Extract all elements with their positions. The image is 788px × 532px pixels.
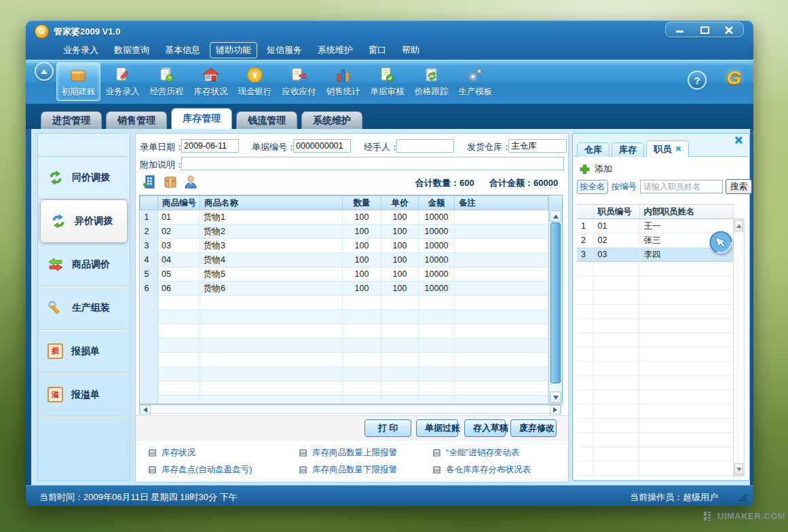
search-row: 按全名 按编号 搜索 <box>577 179 752 194</box>
doc-arrows-icon <box>290 66 308 84</box>
collapse-toolbar-button[interactable] <box>35 62 54 81</box>
minimize-icon[interactable] <box>674 25 686 35</box>
menu-item-aux-functions[interactable]: 辅助功能 <box>210 42 257 58</box>
lookup-tabs: 仓库 库存 职员 <box>577 140 689 157</box>
menu-item-business-entry[interactable]: 业务录入 <box>57 42 105 58</box>
toolbar-history-button[interactable]: 经营历程 <box>145 62 189 101</box>
sidebar-item-diff-price-transfer[interactable]: 异价调拨 <box>40 200 128 243</box>
link-qty-upper-alert[interactable]: 库存商品数量上限报警 <box>299 447 397 459</box>
tab-close-icon[interactable] <box>675 146 681 152</box>
discard-changes-button[interactable]: 废弃修改 <box>510 419 557 437</box>
close-icon[interactable] <box>723 25 735 35</box>
scroll-up-icon[interactable] <box>734 220 743 231</box>
table-row-empty <box>577 404 733 419</box>
table-row[interactable]: 505货物510010010000 <box>140 267 548 282</box>
sidebar-item-label: 生产组装 <box>72 302 110 314</box>
total-amount: 合计金额：60000 <box>489 177 558 189</box>
help-icon[interactable]: ? <box>688 71 707 90</box>
package-icon[interactable] <box>163 174 178 189</box>
search-button[interactable]: 搜索 <box>726 179 752 194</box>
link-stocktake[interactable]: 库存盘点(自动盘盈盘亏) <box>148 464 252 476</box>
items-horizontal-scrollbar[interactable] <box>139 404 561 414</box>
tab-warehouse[interactable]: 仓库 <box>577 142 609 157</box>
toolbar-production-template-button[interactable]: 生产模板 <box>453 62 498 101</box>
tab-staff[interactable]: 职员 <box>646 140 689 157</box>
table-row[interactable]: 101货物110010010000 <box>140 210 548 225</box>
link-inventory-status[interactable]: 库存状况 <box>148 447 195 459</box>
scroll-up-icon[interactable] <box>550 210 561 222</box>
table-row-empty <box>140 296 548 310</box>
toolbar-sales-stats-button[interactable]: 销售统计 <box>321 62 365 101</box>
table-row[interactable]: 303货物310010010000 <box>140 239 548 253</box>
menu-item-help[interactable]: 帮助 <box>396 42 426 58</box>
toolbar-doc-review-button[interactable]: 单据审核 <box>365 62 409 101</box>
tab-cashflow-mgmt[interactable]: 钱流管理 <box>236 111 297 129</box>
scroll-right-icon[interactable] <box>550 405 561 415</box>
tab-inventory-mgmt[interactable]: 库存管理 <box>171 108 232 129</box>
person-icon[interactable] <box>183 174 198 189</box>
save-draft-button[interactable]: 存入草稿 <box>464 419 506 437</box>
menu-item-window[interactable]: 窗口 <box>362 42 392 58</box>
scroll-left-icon[interactable] <box>140 405 151 415</box>
note-label: 附加说明： <box>140 159 184 171</box>
desktop-background: G 管家婆2009 V1.0 业务录入 数据查询 基本信息 辅助功能 短信服务 … <box>0 0 788 532</box>
items-vertical-scrollbar[interactable] <box>548 210 562 404</box>
staff-search-input[interactable] <box>640 180 723 193</box>
warehouse-input[interactable] <box>508 139 567 153</box>
panel-close-icon[interactable] <box>734 136 743 145</box>
tab-system-maintain[interactable]: 系统维护 <box>301 111 362 129</box>
filter-by-name[interactable]: 按全名 <box>577 180 608 194</box>
scroll-down-icon[interactable] <box>550 392 561 403</box>
table-row[interactable]: 404货物410010010000 <box>140 253 548 267</box>
scrollbar-thumb[interactable] <box>550 223 561 383</box>
print-button[interactable]: 打 印 <box>364 419 411 437</box>
toolbar-price-tracking-button[interactable]: 价格跟踪 <box>409 62 453 101</box>
table-row-empty <box>577 305 733 319</box>
sidebar-item-overflow-report[interactable]: 溢 报溢单 <box>38 373 130 417</box>
tab-stock[interactable]: 库存 <box>612 142 644 157</box>
link-label: “全能”进销存变动表 <box>446 447 519 459</box>
table-row-empty <box>577 319 733 333</box>
link-omni-flow-report[interactable]: “全能”进销存变动表 <box>432 447 519 459</box>
toolbar-business-entry-button[interactable]: 业务录入 <box>100 62 145 101</box>
content-area: 同价调拨 异价调拨 商品调价 生产组装 损 报损单 <box>31 129 750 485</box>
resize-grip[interactable] <box>738 493 747 502</box>
col-row-number <box>140 196 158 210</box>
add-staff-button[interactable]: 添加 <box>580 163 612 175</box>
toolbar-button-label: 单据审核 <box>371 86 405 98</box>
toolbar-button-label: 价格跟踪 <box>415 86 449 98</box>
staff-vertical-scrollbar[interactable] <box>733 218 745 476</box>
table-row-empty <box>140 381 548 396</box>
note-input[interactable] <box>181 157 564 170</box>
menu-item-data-query[interactable]: 数据查询 <box>108 42 155 58</box>
sidebar-item-production-assembly[interactable]: 生产组装 <box>38 286 130 330</box>
date-input[interactable] <box>181 139 239 153</box>
toolbar-cash-bank-button[interactable]: ¥ 现金银行 <box>233 62 277 101</box>
scroll-down-icon[interactable] <box>734 463 743 475</box>
menu-item-system-maintain[interactable]: 系统维护 <box>312 42 359 58</box>
doc-clock-icon <box>157 66 176 84</box>
link-warehouse-distribution[interactable]: 各仓库库存分布状况表 <box>432 464 531 476</box>
toolbar-receivable-payable-button[interactable]: 应收应付 <box>277 62 321 101</box>
building-icon[interactable] <box>143 174 157 189</box>
toolbar-initial-setup-button[interactable]: 初期建账 <box>56 62 100 101</box>
sidebar-item-price-adjust[interactable]: 商品调价 <box>38 243 130 286</box>
document-form-panel: 录单日期： 单据编号： 经手人： 发货仓库： 附加说明： 合计数量：600 <box>135 133 569 482</box>
sidebar-item-same-price-transfer[interactable]: 同价调拨 <box>38 156 130 200</box>
post-document-button[interactable]: 单据过账 <box>416 419 458 437</box>
table-row[interactable]: 202货物210010010000 <box>140 225 548 239</box>
filter-by-code[interactable]: 按编号 <box>611 180 638 193</box>
doc-check-icon <box>378 66 396 84</box>
menu-item-basic-info[interactable]: 基本信息 <box>159 42 206 58</box>
link-qty-lower-alert[interactable]: 库存商品数量下限报警 <box>299 464 397 476</box>
doc-number-input[interactable] <box>293 139 351 153</box>
tab-purchase-mgmt[interactable]: 进货管理 <box>41 111 102 129</box>
handler-input[interactable] <box>396 139 454 153</box>
maximize-icon[interactable] <box>698 25 711 35</box>
tab-sales-mgmt[interactable]: 销售管理 <box>106 111 167 129</box>
toolbar-inventory-status-button[interactable]: 库存状况 <box>189 62 233 101</box>
col-item-code: 商品编号 <box>158 196 200 210</box>
sidebar-item-loss-report[interactable]: 损 报损单 <box>38 330 130 373</box>
table-row[interactable]: 606货物610010010000 <box>140 282 548 296</box>
menu-item-sms-service[interactable]: 短信服务 <box>261 42 308 58</box>
